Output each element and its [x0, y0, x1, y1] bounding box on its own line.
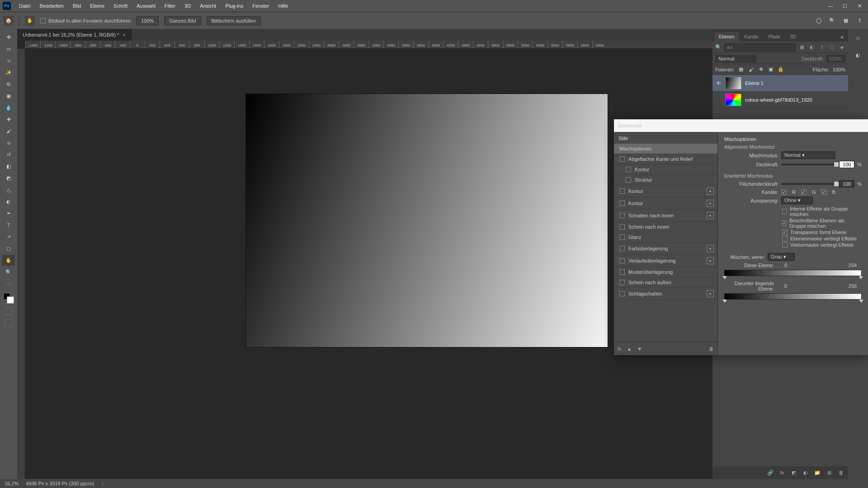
effect-row[interactable]: Glanz [614, 232, 717, 243]
effect-row[interactable]: Schatten nach innen+ [614, 210, 717, 222]
underlying-black-handle[interactable] [722, 300, 727, 303]
tool-history-brush[interactable]: ↺ [2, 149, 15, 160]
dialog-titlebar[interactable]: Ebenenstil [614, 119, 868, 132]
menu-fenster[interactable]: Fenster [249, 1, 273, 10]
delete-layer-icon[interactable]: 🗑 [837, 469, 844, 476]
add-effect-icon[interactable]: + [707, 212, 714, 219]
fill-screen-button[interactable]: Bildschirm ausfüllen [207, 16, 261, 25]
effect-checkbox[interactable] [619, 201, 625, 206]
effect-row[interactable]: Musterüberlagerung [614, 267, 717, 277]
effect-checkbox[interactable] [619, 269, 625, 275]
fill-opacity-slider[interactable] [781, 183, 836, 185]
effect-checkbox[interactable] [619, 258, 625, 263]
move-up-icon[interactable]: ▲ [627, 346, 632, 352]
fill-value[interactable]: 100% [833, 67, 845, 72]
menu-schrift[interactable]: Schrift [110, 1, 131, 10]
lock-position-icon[interactable]: ✥ [758, 66, 764, 73]
menu-datei[interactable]: Datei [15, 1, 34, 10]
menu-hilfe[interactable]: Hilfe [274, 1, 292, 10]
search-icon[interactable]: 🔍 [827, 16, 837, 26]
tool-dodge[interactable]: ◐ [2, 196, 15, 207]
menu-bild[interactable]: Bild [69, 1, 85, 10]
move-down-icon[interactable]: ▼ [637, 346, 642, 352]
effect-row[interactable]: Kontur+ [614, 197, 717, 210]
home-icon[interactable]: 🏠 [4, 16, 14, 26]
effect-checkbox[interactable] [619, 246, 625, 251]
channel-b-checkbox[interactable]: ✓ [821, 189, 827, 195]
layer-row[interactable]: colour-wheel-gbf78d013_1920 [712, 92, 848, 108]
menu-filter[interactable]: Filter [161, 1, 179, 10]
tool-frame[interactable]: ▣ [2, 90, 15, 101]
effect-row[interactable]: Farbüberlagerung+ [614, 243, 717, 255]
tab-ebenen[interactable]: Ebenen [714, 32, 739, 42]
zoom-level-dropdown[interactable]: 100% [136, 16, 159, 25]
effect-checkbox[interactable] [626, 167, 631, 172]
fill-opacity-input[interactable]: 100 [839, 180, 854, 188]
layer-name[interactable]: Ebene 1 [745, 80, 764, 86]
layer-thumbnail[interactable] [725, 94, 741, 106]
effect-checkbox[interactable] [619, 280, 625, 285]
tool-blur[interactable]: △ [2, 184, 15, 195]
group-icon[interactable]: 📁 [814, 469, 821, 476]
effect-row[interactable]: Kontur [614, 164, 717, 175]
dock-layers-icon[interactable]: ◇ [853, 33, 863, 43]
layer-mask-icon[interactable]: ◩ [790, 469, 797, 476]
transparency-shapes-checkbox[interactable] [782, 230, 788, 235]
document-tab[interactable]: Unbenannt-1 bei 16,2% (Ebene 1, RGB/8) *… [17, 29, 132, 41]
filter-image-icon[interactable]: ▦ [798, 44, 806, 51]
vector-mask-hides-checkbox[interactable] [782, 242, 788, 248]
filter-shape-icon[interactable]: ▢ [828, 44, 835, 51]
panel-menu-icon[interactable]: ≡ [838, 33, 846, 42]
this-layer-gradient-slider[interactable] [724, 270, 862, 276]
opacity-slider[interactable] [781, 164, 836, 165]
effect-checkbox[interactable] [619, 213, 625, 218]
quickmask-icon[interactable] [5, 307, 13, 315]
tool-type[interactable]: T [2, 220, 15, 230]
knockout-dropdown[interactable]: Ohne ▾ [781, 197, 813, 204]
close-tab-icon[interactable]: × [123, 32, 125, 38]
effect-row[interactable]: Abgeflachte Kante und Relief [614, 154, 717, 164]
share-icon[interactable]: ⇪ [854, 16, 864, 26]
this-layer-white-handle[interactable] [859, 276, 863, 279]
effect-row[interactable]: Mischoptionen [614, 144, 717, 154]
effect-checkbox[interactable] [619, 224, 625, 230]
color-swatches[interactable] [3, 293, 14, 304]
delete-effect-icon[interactable]: 🗑 [709, 346, 714, 352]
visibility-icon[interactable]: 👁 [715, 80, 722, 86]
clipped-layers-checkbox[interactable] [782, 221, 787, 226]
window-maximize-button[interactable]: ☐ [839, 1, 851, 10]
document-canvas[interactable] [246, 94, 608, 347]
effect-checkbox[interactable] [619, 235, 625, 240]
tool-gradient[interactable]: ◩ [2, 173, 15, 183]
effect-row[interactable]: Schein nach außen [614, 277, 717, 288]
layer-thumbnail[interactable] [725, 77, 741, 89]
tool-brush[interactable]: 🖌 [2, 126, 15, 136]
hand-tool-icon[interactable]: ✋ [25, 16, 35, 26]
canvas-area[interactable] [25, 49, 712, 479]
cloud-icon[interactable]: ◯ [814, 16, 824, 26]
tab-pfade[interactable]: Pfade [764, 32, 785, 42]
layer-style-icon[interactable]: fx [778, 469, 786, 476]
this-layer-black-handle[interactable] [722, 276, 727, 279]
workspace-icon[interactable]: ▦ [841, 16, 851, 26]
effect-row[interactable]: Kontur+ [614, 185, 717, 197]
filter-type-icon[interactable]: T [818, 44, 826, 51]
add-effect-icon[interactable]: + [707, 290, 714, 297]
layer-mask-hides-checkbox[interactable] [782, 236, 788, 241]
menu-bearbeiten[interactable]: Bearbeiten [36, 1, 67, 10]
tool-eyedropper[interactable]: 💧 [2, 102, 15, 113]
tool-wand[interactable]: ✨ [2, 67, 15, 78]
tool-move[interactable]: ✥ [2, 32, 15, 42]
effect-row[interactable]: Struktur [614, 175, 717, 185]
tab-3d[interactable]: 3D [786, 32, 801, 42]
tool-shape[interactable]: ▢ [2, 243, 15, 254]
tool-eraser[interactable]: ◧ [2, 161, 15, 172]
tool-pen[interactable]: ✒ [2, 208, 15, 219]
tool-lasso[interactable]: ⊃ [2, 55, 15, 66]
add-effect-icon[interactable]: + [707, 245, 714, 252]
tool-heal[interactable]: ✚ [2, 114, 15, 125]
tool-crop[interactable]: ⧉ [2, 79, 15, 89]
effect-row[interactable]: Schein nach innen [614, 222, 717, 232]
tool-path[interactable]: ↗ [2, 231, 15, 242]
opacity-value[interactable]: 100% [826, 55, 845, 62]
